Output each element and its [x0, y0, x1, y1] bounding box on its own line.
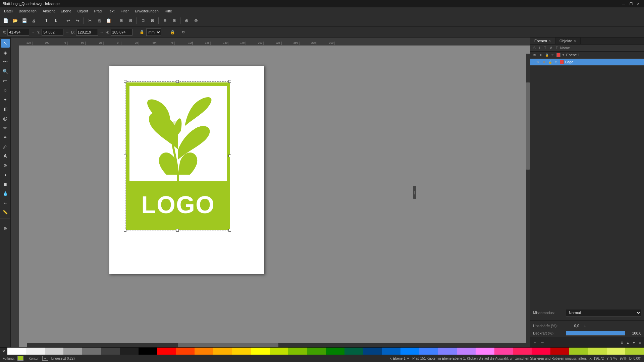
- handle-ml[interactable]: [124, 155, 126, 157]
- blur-add-button[interactable]: +: [582, 323, 588, 329]
- palette-color-2[interactable]: [45, 348, 64, 355]
- canvas-area[interactable]: -125 -100 -75 -50 -25 0 25 50 75 100: [11, 38, 530, 347]
- palette-color-12[interactable]: [232, 348, 251, 355]
- layer-settings-button[interactable]: ⚙: [619, 340, 625, 345]
- snap-button[interactable]: ⊕: [182, 16, 191, 25]
- palette-color-25[interactable]: [476, 348, 494, 355]
- col-l[interactable]: L: [538, 46, 542, 50]
- layer-indicator[interactable]: ↖: [389, 357, 392, 360]
- save-button[interactable]: 💾: [20, 16, 29, 25]
- palette-color-3[interactable]: [63, 348, 82, 355]
- palette-color-5[interactable]: [101, 348, 120, 355]
- palette-color-17[interactable]: [326, 348, 344, 355]
- cut-button[interactable]: ✂: [86, 16, 94, 25]
- palette-color-0[interactable]: [7, 348, 26, 355]
- canvas-vertical-scrollbar[interactable]: [526, 54, 530, 343]
- fill-swatch[interactable]: [17, 356, 23, 361]
- 3d-box-tool[interactable]: ◧: [1, 105, 10, 113]
- select-tool[interactable]: ↖: [1, 39, 10, 48]
- snap-toggle[interactable]: ⊕: [1, 224, 10, 233]
- pen-tool[interactable]: ✒: [1, 133, 10, 141]
- handle-br[interactable]: [228, 229, 231, 232]
- unit-select[interactable]: mmpxcm: [146, 28, 161, 36]
- measure-tool[interactable]: 📏: [1, 208, 10, 217]
- handle-bl[interactable]: [124, 229, 126, 232]
- zoom-fit-button[interactable]: ⊞: [117, 16, 125, 25]
- tab-ebenen[interactable]: Ebenen ✕: [530, 38, 555, 44]
- paste-button[interactable]: 📋: [104, 16, 113, 25]
- menu-ansicht[interactable]: Ansicht: [40, 8, 57, 14]
- stroke-swatch[interactable]: −: [42, 356, 48, 361]
- palette-color-29[interactable]: [550, 348, 569, 355]
- palette-color-16[interactable]: [307, 348, 326, 355]
- vertical-scroll-thumb[interactable]: [526, 82, 530, 169]
- no-color-button[interactable]: ✕: [0, 348, 7, 355]
- y-coord-input[interactable]: [42, 29, 63, 36]
- menu-hilfe[interactable]: Hilfe: [162, 8, 175, 14]
- zoom-page-button[interactable]: ⊟: [126, 16, 135, 25]
- tab-ebenen-close[interactable]: ✕: [548, 39, 551, 43]
- palette-color-15[interactable]: [288, 348, 307, 355]
- minimize-button[interactable]: —: [621, 1, 627, 6]
- menu-erweiterungen[interactable]: Erweiterungen: [132, 8, 161, 14]
- distribute-button[interactable]: ⊞: [170, 16, 178, 25]
- canvas-horizontal-scrollbar[interactable]: [27, 343, 530, 347]
- proportional-lock[interactable]: 🔒: [168, 28, 177, 37]
- handle-tr[interactable]: [228, 80, 231, 83]
- eyedrop-tool[interactable]: 💧: [1, 189, 10, 198]
- tweak-tool[interactable]: 〜: [1, 58, 10, 66]
- palette-color-26[interactable]: [494, 348, 513, 355]
- handle-mr[interactable]: [228, 155, 231, 157]
- close-button[interactable]: ✕: [635, 1, 641, 6]
- gradient-tool[interactable]: ◼: [1, 180, 10, 188]
- restore-button[interactable]: ❐: [628, 1, 634, 6]
- menu-datei[interactable]: Datei: [1, 8, 15, 14]
- palette-color-33[interactable]: [625, 348, 644, 355]
- palette-color-9[interactable]: [176, 348, 195, 355]
- zoom-tool[interactable]: 🔍: [1, 67, 10, 76]
- spiral-tool[interactable]: @: [1, 114, 10, 123]
- palette-color-7[interactable]: [139, 348, 157, 355]
- print-button[interactable]: 🖨: [30, 16, 38, 25]
- col-s[interactable]: S: [532, 46, 537, 50]
- group-button[interactable]: ⊡: [139, 16, 147, 25]
- layer-up-button[interactable]: ▲: [625, 340, 631, 345]
- ungroup-button[interactable]: ⊠: [148, 16, 157, 25]
- palette-color-30[interactable]: [569, 348, 588, 355]
- x-coord-input[interactable]: [7, 29, 29, 36]
- snap2-button[interactable]: ⊗: [192, 16, 200, 25]
- edit-icon-ebene1[interactable]: ✏: [550, 53, 555, 57]
- connector-tool[interactable]: ↔: [1, 198, 10, 207]
- layer-down-button[interactable]: ▼: [631, 340, 637, 345]
- canvas-workspace[interactable]: LOGO: [19, 46, 530, 347]
- tab-objekte[interactable]: Objekte ✕: [555, 38, 581, 44]
- col-t[interactable]: T: [543, 46, 547, 50]
- palette-color-28[interactable]: [532, 348, 550, 355]
- horizontal-scroll-thumb[interactable]: [178, 343, 278, 347]
- menu-ebene[interactable]: Ebene: [58, 8, 74, 14]
- expand-ebene1[interactable]: ▼: [562, 53, 565, 57]
- opacity-bar[interactable]: [566, 331, 625, 336]
- col-f[interactable]: F: [555, 46, 559, 50]
- lock-icon-ebene1[interactable]: 🔒: [544, 53, 549, 57]
- copy-button[interactable]: ⎘: [95, 16, 104, 25]
- circle-tool[interactable]: ○: [1, 86, 10, 95]
- visibility-icon-logo[interactable]: 👁: [536, 60, 540, 64]
- menu-text[interactable]: Text: [105, 8, 117, 14]
- palette-color-32[interactable]: [607, 348, 626, 355]
- menu-objekt[interactable]: Objekt: [75, 8, 91, 14]
- palette-color-23[interactable]: [438, 348, 457, 355]
- undo-button[interactable]: ↩: [64, 16, 72, 25]
- palette-color-1[interactable]: [26, 348, 45, 355]
- open-button[interactable]: 📂: [11, 16, 19, 25]
- add-layer-button[interactable]: +: [532, 339, 538, 346]
- tab-objekte-close[interactable]: ✕: [574, 39, 576, 43]
- transform-button[interactable]: ⟳: [179, 28, 188, 37]
- layer-more-button[interactable]: ≡: [637, 340, 643, 345]
- handle-bm[interactable]: [176, 229, 179, 232]
- palette-color-19[interactable]: [363, 348, 382, 355]
- redo-button[interactable]: ↪: [73, 16, 82, 25]
- new-button[interactable]: 📄: [1, 16, 10, 25]
- palette-color-10[interactable]: [195, 348, 213, 355]
- palette-color-6[interactable]: [120, 348, 139, 355]
